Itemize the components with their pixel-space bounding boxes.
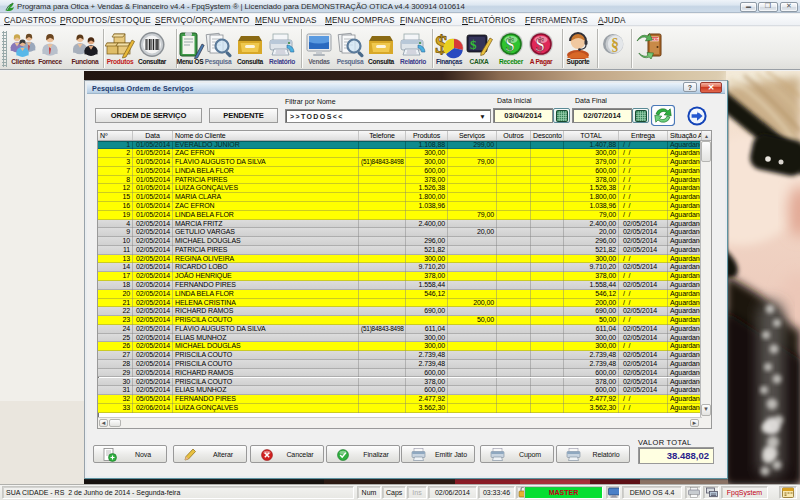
svg-text:§: § (611, 36, 619, 53)
svg-text:$: $ (536, 35, 545, 55)
svg-text:$: $ (470, 37, 477, 52)
svg-text:$: $ (506, 35, 515, 55)
